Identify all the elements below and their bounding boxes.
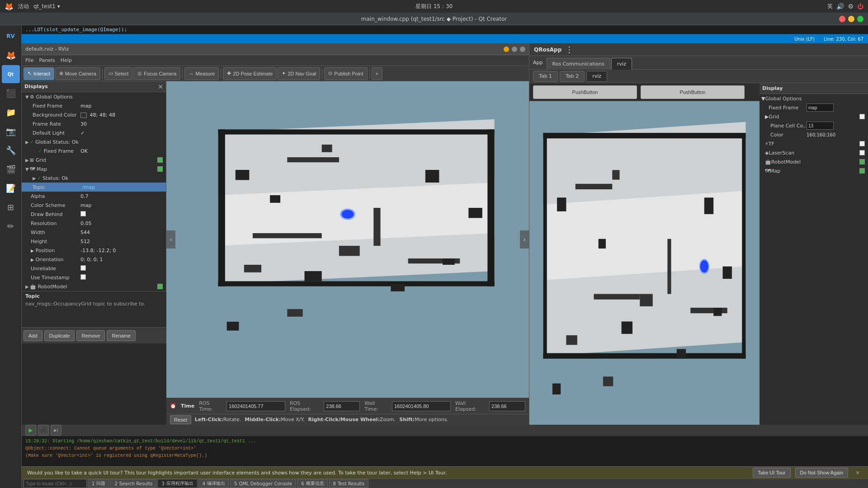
right-3d-view[interactable] <box>529 101 760 425</box>
interact-button[interactable]: ↖ Interact <box>24 67 54 80</box>
robot-model-checkbox[interactable] <box>157 284 163 289</box>
stop-button[interactable]: ⬛ <box>38 425 49 436</box>
right-laser-checkbox[interactable] <box>859 150 865 155</box>
right-color-value[interactable]: 160;160;160 <box>807 132 866 137</box>
status-tab-app-output[interactable]: 3 应用程序输出 <box>157 479 197 488</box>
move-camera-button[interactable]: ⊕ Move Camera <box>55 67 100 80</box>
sidebar-icon-grid[interactable]: ⊞ <box>2 198 20 216</box>
code-editor[interactable]: ...LOT(slot_update_image(QImage)); <box>22 25 868 34</box>
grid-checkbox[interactable] <box>157 157 163 163</box>
rviz-minimize-btn[interactable] <box>504 47 509 52</box>
push-button-1[interactable]: PushButton <box>533 85 637 99</box>
select-button[interactable]: ▭ Select <box>104 67 133 80</box>
add-tool-button[interactable]: + <box>372 67 382 80</box>
publish-point-button[interactable]: ⊙ Publish Point <box>324 67 367 80</box>
rviz-close-btn[interactable] <box>520 47 525 52</box>
remove-button[interactable]: Remove <box>76 330 105 341</box>
nav-arrow-left[interactable]: ‹ <box>166 230 175 249</box>
right-tab-2[interactable]: Tab 2 <box>560 71 585 82</box>
right-map-row[interactable]: 🗺 Map <box>760 166 868 175</box>
2d-pose-button[interactable]: ✚ 2D Pose Estimate <box>223 67 277 80</box>
tab-ros-communications[interactable]: Ros Communications <box>547 58 611 70</box>
robot-model-row[interactable]: ▶ 🤖 RobotModel <box>22 282 166 291</box>
right-tab-1[interactable]: Tab 1 <box>533 71 558 82</box>
right-laser-scan-row[interactable]: ◈ LaserScan <box>760 148 868 157</box>
debug-button[interactable]: ▶| <box>51 425 61 436</box>
power-icon[interactable]: ⏻ <box>857 3 863 10</box>
sidebar-icon-camera[interactable]: 📷 <box>2 122 20 140</box>
topic-row[interactable]: Topic /map <box>22 183 166 192</box>
fixed-frame-value[interactable]: map <box>80 103 166 109</box>
menu-help[interactable]: Help <box>61 57 72 63</box>
volume-icon[interactable]: 🔊 <box>836 3 844 10</box>
right-tab-rviz[interactable]: rviz <box>586 71 607 82</box>
push-button-2[interactable]: PushButton <box>641 85 745 99</box>
nav-arrow-right[interactable]: › <box>520 230 529 249</box>
right-map-checkbox[interactable] <box>859 168 865 174</box>
focus-camera-button[interactable]: ◎ Focus Camera <box>133 67 180 80</box>
3d-view[interactable]: ‹ › <box>166 81 529 398</box>
unreliable-checkbox[interactable] <box>80 265 86 271</box>
reset-button[interactable]: Reset <box>170 415 191 424</box>
rviz-maximize-btn[interactable] <box>512 47 517 52</box>
tab-rviz[interactable]: rviz <box>611 58 632 70</box>
measure-button[interactable]: ↔ Measure <box>184 67 219 80</box>
default-light-value[interactable]: ✓ <box>80 130 166 136</box>
play-button[interactable]: ▶ <box>25 425 36 436</box>
map-checkbox[interactable] <box>157 166 163 172</box>
alpha-value[interactable]: 0.7 <box>80 193 166 199</box>
topic-value[interactable]: /map <box>82 184 164 190</box>
sidebar-icon-qt[interactable]: Qt <box>2 65 20 83</box>
ros-elapsed-input[interactable] <box>324 401 360 411</box>
right-fixed-frame-input[interactable] <box>807 103 834 112</box>
2d-nav-button[interactable]: ✦ 2D Nav Goal <box>278 67 320 80</box>
add-button[interactable]: Add <box>24 330 42 341</box>
right-plane-cell-input[interactable] <box>807 122 834 130</box>
status-tab-qml[interactable]: 5 QML Debugger Console <box>230 479 296 488</box>
menu-panels[interactable]: Panels <box>39 57 55 63</box>
right-robot-model-checkbox[interactable] <box>859 159 865 164</box>
fire-icon[interactable]: 🦊 <box>5 2 14 11</box>
status-tab-issues[interactable]: 1 问题 <box>88 479 109 488</box>
right-robot-model-row[interactable]: 🤖 RobotModel <box>760 157 868 166</box>
status-tab-compile[interactable]: 4 编译输出 <box>198 479 229 488</box>
right-tf-row[interactable]: ⚡ TF <box>760 139 868 148</box>
displays-close-button[interactable]: ✕ <box>158 83 163 90</box>
rename-button[interactable]: Rename <box>107 330 136 341</box>
right-grid-checkbox[interactable] <box>859 114 865 119</box>
status-tab-summary[interactable]: 6 概要信息 <box>297 479 328 488</box>
frame-rate-value[interactable]: 30 <box>80 121 166 127</box>
wall-time-input[interactable] <box>392 401 451 411</box>
sidebar-icon-files[interactable]: 📁 <box>2 103 20 121</box>
color-scheme-value[interactable]: map <box>80 202 166 208</box>
map-row[interactable]: ▼ 🗺 Map <box>22 164 166 174</box>
displays-tree[interactable]: ▼ ⚙ Global Options Fixed Frame map Backg… <box>22 92 166 291</box>
search-input[interactable] <box>24 479 87 488</box>
ros-time-input[interactable] <box>226 401 285 411</box>
map-status-row[interactable]: ▶ ✓ Status: Ok <box>22 174 166 183</box>
grid-row[interactable]: ▶ ⊞ Grid <box>22 155 166 164</box>
global-status-row[interactable]: ▶ ✓ Global Status: Ok <box>22 137 166 146</box>
sidebar-icon-video[interactable]: 🎬 <box>2 160 20 178</box>
sidebar-icon-rviz[interactable]: RV <box>2 27 20 45</box>
wall-elapsed-input[interactable] <box>489 401 525 411</box>
sidebar-icon-tools[interactable]: 🔧 <box>2 141 20 159</box>
close-button[interactable] <box>839 16 845 22</box>
do-not-show-again-button[interactable]: Do Not Show Again <box>795 468 848 478</box>
sidebar-icon-firefox[interactable]: 🦊 <box>2 46 20 64</box>
sidebar-icon-terminal[interactable]: ⬛ <box>2 84 20 102</box>
menu-file[interactable]: File <box>25 57 33 63</box>
right-global-options[interactable]: ▼ Global Options <box>760 94 868 103</box>
draw-behind-checkbox[interactable] <box>80 211 86 216</box>
use-timestamp-checkbox[interactable] <box>80 274 86 280</box>
right-tf-checkbox[interactable] <box>859 141 865 146</box>
qrosapp-settings-icon[interactable]: ⋮ <box>565 45 573 54</box>
settings-icon[interactable]: ⚙ <box>848 3 854 10</box>
duplicate-button[interactable]: Duplicate <box>44 330 75 341</box>
global-options-row[interactable]: ▼ ⚙ Global Options <box>22 92 166 101</box>
take-ui-tour-button[interactable]: Take UI Tour <box>753 468 791 478</box>
right-grid-row[interactable]: ▶ Grid <box>760 112 868 121</box>
tour-close-button[interactable]: × <box>853 468 863 478</box>
sidebar-icon-pen[interactable]: ✏ <box>2 217 20 235</box>
maximize-button[interactable] <box>857 16 863 22</box>
